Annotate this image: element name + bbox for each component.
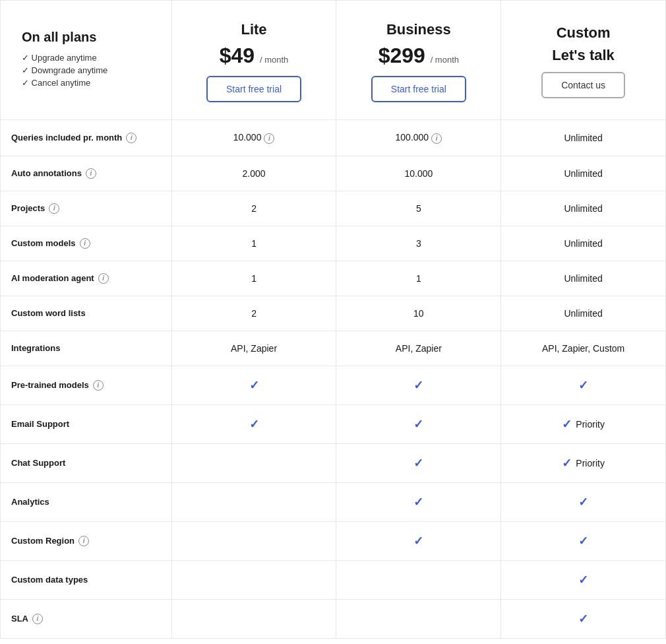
plan-cta-button[interactable]: Contact us [541, 72, 625, 98]
feature-value: 5 [416, 203, 421, 214]
info-icon[interactable]: i [86, 168, 96, 179]
feature-value-cell: ✓ [336, 482, 501, 521]
table-row: Pre-trained modelsi✓✓✓ [1, 366, 666, 404]
priority-label: Priority [576, 419, 605, 430]
feature-label-cell: AI moderation agenti [1, 261, 172, 296]
feature-value: API, Zapier [396, 343, 442, 354]
feature-value-cell: ✓ Priority [501, 443, 666, 482]
feature-value-cell: 1 [336, 261, 501, 296]
feature-value-cell [171, 443, 336, 482]
feature-label-cell: Custom data types [1, 560, 172, 599]
feature-value: Unlimited [564, 133, 602, 143]
plan-cta-button[interactable]: Start free trial [371, 76, 466, 102]
priority-cell: ✓ Priority [512, 417, 655, 432]
value-info-icon[interactable]: i [431, 133, 442, 144]
info-icon[interactable]: i [93, 380, 104, 391]
feature-name: Custom word lists [11, 308, 86, 318]
priority-check-icon: ✓ [562, 417, 572, 432]
table-row: SLAi✓ [1, 599, 666, 638]
feature-name: Pre-trained models [11, 380, 89, 390]
table-row: Custom Regioni✓✓ [1, 521, 666, 560]
check-icon: ✓ [413, 496, 423, 509]
info-icon[interactable]: i [98, 273, 109, 284]
info-icon[interactable]: i [80, 238, 90, 249]
feature-label-cell: Analytics [1, 482, 172, 521]
check-icon: ✓ [578, 534, 588, 548]
feature-value-cell [171, 482, 336, 521]
feature-name: Analytics [11, 497, 49, 507]
table-row: Chat Support✓ ✓ Priority [1, 443, 666, 482]
feature-value-cell: Unlimited [501, 261, 666, 296]
feature-value-cell: API, Zapier [336, 331, 501, 366]
feature-name: Chat Support [11, 458, 65, 468]
table-row: Email Support✓✓ ✓ Priority [1, 404, 666, 443]
feature-value: 2 [251, 203, 257, 214]
feature-label-cell: SLAi [1, 599, 172, 638]
info-icon[interactable]: i [32, 614, 43, 624]
table-row: Custom modelsi13Unlimited [1, 226, 666, 261]
feature-value-cell: 10.000 [336, 156, 501, 191]
feature-value: Unlimited [564, 308, 602, 319]
info-icon[interactable]: i [49, 203, 59, 214]
table-row: Custom data types✓ [1, 560, 666, 599]
plan-lets-talk: Let's talk [512, 47, 655, 64]
on-all-plans-section: On all plans ✓ Upgrade anytime✓ Downgrad… [11, 16, 161, 104]
table-row: Queries included pr. monthi10.000i100.00… [1, 120, 666, 156]
feature-value-cell: Unlimited [501, 191, 666, 226]
check-icon: ✓ [578, 573, 588, 587]
feature-value-cell: API, Zapier, Custom [501, 331, 666, 366]
feature-value-cell: ✓ [336, 443, 501, 482]
feature-value-cell: Unlimited [501, 120, 666, 156]
info-icon[interactable]: i [126, 133, 136, 143]
feature-value-cell: 2.000 [171, 156, 336, 191]
check-icon: ✓ [578, 612, 588, 626]
feature-value-cell [171, 560, 336, 599]
feature-value-cell: Unlimited [501, 296, 666, 331]
feature-label-cell: Chat Support [1, 443, 172, 482]
plan-name: Custom [512, 24, 655, 42]
feature-value: Unlimited [564, 168, 602, 179]
priority-cell: ✓ Priority [512, 456, 655, 470]
feature-label-cell: Auto annotationsi [1, 156, 172, 191]
feature-name: SLA [11, 614, 28, 624]
feature-value-cell: ✓ [336, 521, 501, 560]
feature-value-cell: 1 [171, 226, 336, 261]
feature-value: Unlimited [564, 238, 602, 249]
feature-value-cell [171, 521, 336, 560]
feature-label-cell: Email Support [1, 404, 172, 443]
feature-name: Integrations [11, 343, 60, 353]
feature-label-cell: Pre-trained modelsi [1, 366, 172, 404]
feature-name: Email Support [11, 419, 69, 429]
plan-header-custom: CustomLet's talkContact us [501, 1, 666, 120]
feature-label-cell: Integrations [1, 331, 172, 366]
table-row: Projectsi25Unlimited [1, 191, 666, 226]
feature-value-cell: ✓ [336, 404, 501, 443]
on-all-plans-item: ✓ Cancel anytime [22, 78, 150, 88]
feature-value: API, Zapier [231, 343, 277, 354]
feature-value-cell: 2 [171, 296, 336, 331]
feature-value-cell: 100.000i [336, 120, 501, 156]
feature-name: Projects [11, 203, 45, 213]
feature-label-cell: Projectsi [1, 191, 172, 226]
check-icon: ✓ [413, 457, 423, 470]
feature-value: Unlimited [564, 273, 602, 284]
check-icon: ✓ [578, 496, 588, 509]
on-all-plans-item: ✓ Downgrade anytime [22, 65, 150, 75]
info-icon[interactable]: i [78, 536, 89, 546]
feature-value-cell: 10.000i [171, 120, 336, 156]
feature-value-cell: 5 [336, 191, 501, 226]
feature-value-cell: 1 [171, 261, 336, 296]
feature-value-cell: 2 [171, 191, 336, 226]
table-row: Custom word lists210Unlimited [1, 296, 666, 331]
feature-value-cell: ✓ [336, 366, 501, 404]
feature-value: 10.000 [233, 132, 262, 143]
feature-label-cell: Custom Regioni [1, 521, 172, 560]
feature-value-cell: ✓ [501, 482, 666, 521]
plan-header-business: Business $299 / month Start free trial [336, 1, 501, 120]
plan-cta-button[interactable]: Start free trial [206, 76, 301, 102]
feature-value: 1 [251, 238, 257, 249]
check-icon: ✓ [413, 534, 423, 548]
feature-value-cell: ✓ [501, 599, 666, 638]
value-info-icon[interactable]: i [264, 133, 274, 144]
feature-value-cell [336, 599, 501, 638]
